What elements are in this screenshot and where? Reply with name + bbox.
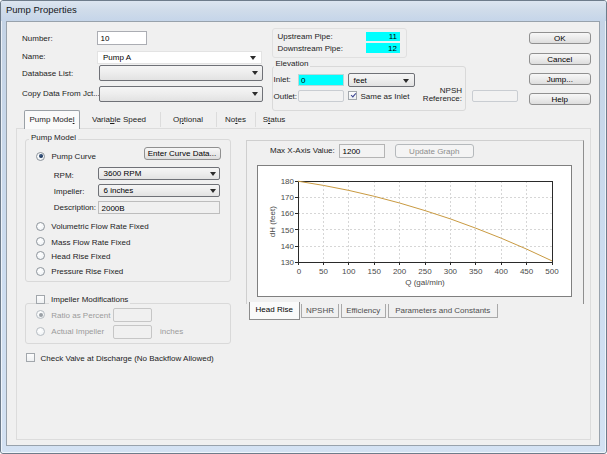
svg-text:dH (feet): dH (feet) [268,206,277,237]
svg-text:100: 100 [342,267,356,276]
svg-text:180: 180 [280,177,294,186]
svg-text:130: 130 [280,258,294,267]
svg-text:150: 150 [280,226,294,235]
svg-text:300: 300 [443,267,457,276]
svg-text:150: 150 [367,267,381,276]
svg-text:160: 160 [280,210,294,219]
svg-text:250: 250 [418,267,432,276]
svg-text:500: 500 [545,267,559,276]
svg-text:170: 170 [280,193,294,202]
svg-text:50: 50 [318,267,327,276]
svg-text:400: 400 [494,267,508,276]
svg-text:200: 200 [392,267,406,276]
svg-text:350: 350 [469,267,483,276]
svg-text:140: 140 [280,242,294,251]
svg-text:Q (gal/min): Q (gal/min) [405,278,445,287]
svg-text:0: 0 [296,267,301,276]
svg-text:450: 450 [519,267,533,276]
